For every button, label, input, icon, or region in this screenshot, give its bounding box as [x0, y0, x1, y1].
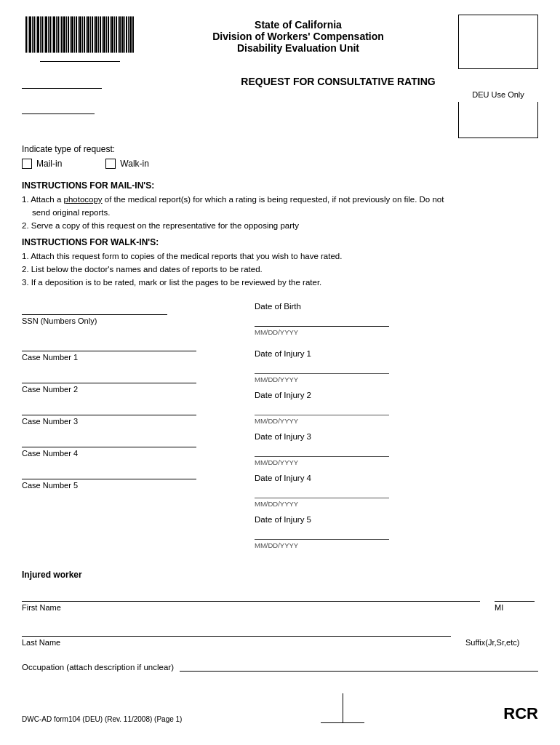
- svg-rect-50: [126, 17, 127, 53]
- walk-in-checkbox[interactable]: [105, 159, 116, 169]
- division-name: Division of Workers' Compensation: [138, 31, 458, 42]
- svg-rect-36: [98, 17, 99, 53]
- mi-group: MI: [495, 589, 538, 612]
- svg-rect-13: [52, 17, 52, 53]
- svg-rect-10: [45, 17, 47, 53]
- case4-label: Case Number 4: [22, 449, 233, 458]
- svg-rect-45: [116, 17, 117, 53]
- walk-in-label: Walk-in: [120, 159, 149, 169]
- injury3-label-text: Date of Injury 3: [255, 432, 538, 441]
- occupation-input[interactable]: [180, 658, 538, 672]
- svg-rect-52: [129, 17, 132, 53]
- svg-rect-4: [33, 17, 35, 53]
- svg-rect-21: [68, 17, 69, 53]
- dob-hint: MM/DD/YYYY: [255, 328, 538, 336]
- svg-rect-17: [60, 17, 60, 53]
- svg-rect-37: [100, 17, 101, 53]
- mail-in-option[interactable]: Mail-in: [22, 159, 62, 169]
- mi-input[interactable]: [495, 589, 535, 602]
- case5-input[interactable]: [22, 466, 196, 479]
- deu-use-only-label: DEU Use Only: [458, 90, 538, 99]
- form-title: REQUEST FOR CONSULTATIVE RATING: [241, 76, 435, 87]
- svg-rect-16: [57, 17, 59, 53]
- injury1-label-text: Date of Injury 1: [255, 349, 538, 358]
- first-name-input[interactable]: [22, 589, 480, 602]
- injury4-label-text: Date of Injury 4: [255, 474, 538, 482]
- svg-rect-5: [36, 17, 36, 53]
- header-title: State of California Division of Workers'…: [138, 15, 458, 58]
- svg-rect-11: [48, 17, 49, 53]
- svg-rect-1: [28, 17, 28, 53]
- svg-rect-9: [44, 17, 44, 53]
- svg-rect-46: [118, 17, 119, 53]
- injury4-hint: MM/DD/YYYY: [255, 500, 538, 508]
- last-name-group: Last Name: [22, 624, 451, 647]
- injury2-hint: MM/DD/YYYY: [255, 417, 538, 425]
- mail-in-checkbox[interactable]: [22, 159, 32, 169]
- case3-input[interactable]: [22, 402, 196, 415]
- svg-rect-51: [128, 17, 129, 53]
- walk-in-option[interactable]: Walk-in: [105, 159, 149, 169]
- mail-instructions-heading: INSTRUCTIONS FOR MAIL-IN'S:: [22, 180, 538, 191]
- occupation-row: Occupation (attach description if unclea…: [22, 658, 538, 672]
- injury1-input[interactable]: [255, 361, 389, 374]
- svg-rect-40: [106, 17, 107, 53]
- injury3-input[interactable]: [255, 444, 389, 457]
- injury4-input[interactable]: [255, 485, 389, 498]
- ssn-label: SSN (Numbers Only): [22, 316, 233, 325]
- svg-rect-39: [103, 17, 105, 53]
- svg-rect-38: [102, 17, 103, 53]
- injury3-hint: MM/DD/YYYY: [255, 458, 538, 466]
- case4-input[interactable]: [22, 434, 196, 447]
- injury1-hint: MM/DD/YYYY: [255, 375, 538, 383]
- injury5-label-text: Date of Injury 5: [255, 515, 538, 524]
- svg-rect-0: [25, 17, 27, 53]
- case2-input[interactable]: [22, 370, 196, 383]
- dob-input[interactable]: [255, 314, 389, 327]
- svg-rect-8: [41, 17, 43, 53]
- last-name-input[interactable]: [22, 624, 451, 637]
- injury5-input[interactable]: [255, 527, 389, 540]
- walk-instruction-2: 2. List below the doctor's names and dat…: [22, 263, 538, 275]
- svg-rect-47: [119, 17, 121, 53]
- svg-rect-22: [70, 17, 71, 53]
- svg-rect-3: [32, 17, 33, 53]
- svg-rect-48: [121, 17, 124, 53]
- walk-instructions-heading: INSTRUCTIONS FOR WALK-IN'S:: [22, 237, 538, 247]
- case1-input[interactable]: [22, 338, 196, 351]
- svg-rect-30: [86, 17, 87, 53]
- indicate-label: Indicate type of request:: [22, 144, 538, 154]
- svg-rect-29: [84, 17, 85, 53]
- svg-rect-42: [110, 17, 111, 53]
- svg-rect-44: [114, 17, 115, 53]
- footer-vertical-divider: [343, 693, 343, 722]
- state-name: State of California: [138, 19, 458, 31]
- svg-rect-28: [82, 17, 83, 53]
- first-name-group: First Name: [22, 589, 480, 612]
- svg-rect-31: [87, 17, 89, 53]
- svg-rect-14: [53, 17, 55, 53]
- mi-label: MI: [495, 603, 538, 612]
- ssn-input[interactable]: [22, 302, 167, 315]
- svg-rect-26: [78, 17, 79, 53]
- svg-rect-43: [111, 17, 113, 53]
- last-name-label: Last Name: [22, 638, 451, 647]
- mail-instruction-1c: send original reports.: [22, 207, 538, 218]
- svg-rect-19: [63, 17, 65, 53]
- unit-name: Disability Evaluation Unit: [138, 42, 458, 54]
- dob-label-text: Date of Birth: [255, 302, 538, 311]
- svg-rect-24: [74, 17, 75, 53]
- svg-rect-49: [124, 17, 125, 53]
- svg-rect-23: [71, 17, 73, 53]
- injury5-hint: MM/DD/YYYY: [255, 541, 538, 549]
- mail-instruction-2: 2. Serve a copy of this request on the r…: [22, 220, 538, 231]
- form-label: DWC-AD form104 (DEU) (Rev. 11/2008) (Pag…: [22, 715, 182, 723]
- svg-rect-12: [49, 17, 51, 53]
- svg-rect-20: [66, 17, 67, 53]
- walk-instruction-3: 3. If a deposition is to be rated, mark …: [22, 276, 538, 288]
- svg-rect-6: [37, 17, 39, 53]
- svg-rect-7: [40, 17, 41, 53]
- case2-label: Case Number 2: [22, 385, 233, 394]
- suffix-group: Suffix(Jr,Sr,etc): [465, 624, 538, 647]
- injury2-input[interactable]: [255, 402, 389, 415]
